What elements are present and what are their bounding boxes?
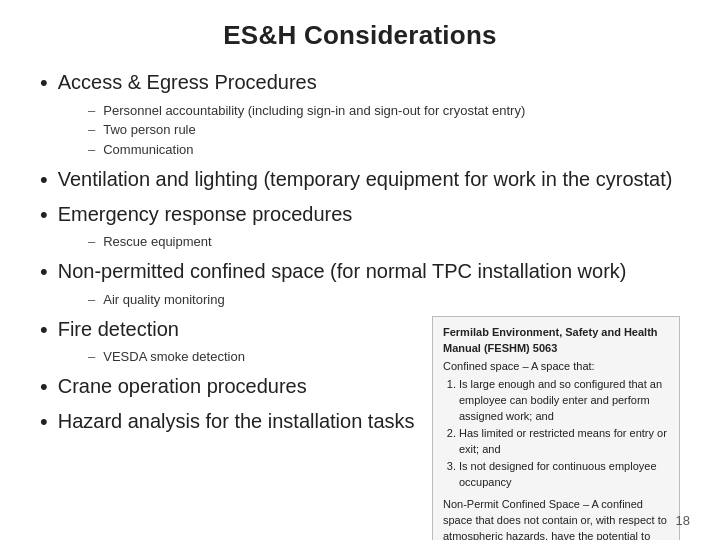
slide-title: ES&H Considerations xyxy=(40,20,680,51)
sub-item-text: Communication xyxy=(103,141,193,160)
tooltip-list-item-1: Is large enough and so configured that a… xyxy=(459,377,669,425)
sub-item-text: Rescue equipment xyxy=(103,233,211,252)
tooltip-para: Non-Permit Confined Space – A confined s… xyxy=(443,497,669,540)
sub-item-text: Two person rule xyxy=(103,121,196,140)
bullet-crane: • Crane operation procedures xyxy=(40,373,422,402)
bullet-text: Emergency response procedures xyxy=(58,201,353,228)
left-col: • Fire detection – VESDA smoke detection… xyxy=(40,316,422,443)
bullet-text: Crane operation procedures xyxy=(58,373,307,400)
tooltip-intro: Confined space – A space that: xyxy=(443,359,669,375)
bullet-dot: • xyxy=(40,373,48,402)
bullet-text: Ventilation and lighting (temporary equi… xyxy=(58,166,673,193)
bullet-text: Access & Egress Procedures xyxy=(58,69,317,96)
bullet-text: Non-permitted confined space (for normal… xyxy=(58,258,627,285)
sub-item-two-person: – Two person rule xyxy=(88,121,680,140)
bullet-dot: • xyxy=(40,69,48,98)
bullet-non-permitted: • Non-permitted confined space (for norm… xyxy=(40,258,680,287)
slide: ES&H Considerations • Access & Egress Pr… xyxy=(0,0,720,540)
bullet-emergency: • Emergency response procedures xyxy=(40,201,680,230)
bullet-ventilation: • Ventilation and lighting (temporary eq… xyxy=(40,166,680,195)
bullet-fire: • Fire detection xyxy=(40,316,422,345)
dash-icon: – xyxy=(88,121,95,140)
bullet-dot: • xyxy=(40,408,48,437)
sub-item-text: VESDA smoke detection xyxy=(103,348,245,367)
bullet-text: Fire detection xyxy=(58,316,179,343)
sub-list-fire: – VESDA smoke detection xyxy=(88,348,422,367)
tooltip-list-item-3: Is not designed for continuous employee … xyxy=(459,459,669,491)
dash-icon: – xyxy=(88,291,95,310)
dash-icon: – xyxy=(88,348,95,367)
dash-icon: – xyxy=(88,141,95,160)
tooltip-list: Is large enough and so configured that a… xyxy=(459,377,669,491)
sub-item-air: – Air quality monitoring xyxy=(88,291,680,310)
sub-item-text: Personnel accountability (including sign… xyxy=(103,102,525,121)
bullet-text: Hazard analysis for the installation tas… xyxy=(58,408,415,435)
bottom-section: • Fire detection – VESDA smoke detection… xyxy=(40,316,680,540)
sub-list-emergency: – Rescue equipment xyxy=(88,233,680,252)
tooltip-list-item-2: Has limited or restricted means for entr… xyxy=(459,426,669,458)
tooltip-title: Fermilab Environment, Safety and Health … xyxy=(443,325,669,357)
bullet-dot: • xyxy=(40,166,48,195)
page-number: 18 xyxy=(676,513,690,528)
feshm-tooltip: Fermilab Environment, Safety and Health … xyxy=(432,316,680,540)
sub-list-non-permitted: – Air quality monitoring xyxy=(88,291,680,310)
sub-item-communication: – Communication xyxy=(88,141,680,160)
sub-list-access: – Personnel accountability (including si… xyxy=(88,102,680,161)
sub-item-text: Air quality monitoring xyxy=(103,291,224,310)
bullet-dot: • xyxy=(40,201,48,230)
bullet-access-egress: • Access & Egress Procedures xyxy=(40,69,680,98)
bullet-dot: • xyxy=(40,316,48,345)
sub-item-personnel: – Personnel accountability (including si… xyxy=(88,102,680,121)
dash-icon: – xyxy=(88,102,95,121)
dash-icon: – xyxy=(88,233,95,252)
sub-item-rescue: – Rescue equipment xyxy=(88,233,680,252)
bullet-hazard: • Hazard analysis for the installation t… xyxy=(40,408,422,437)
bullet-dot: • xyxy=(40,258,48,287)
sub-item-vesda: – VESDA smoke detection xyxy=(88,348,422,367)
